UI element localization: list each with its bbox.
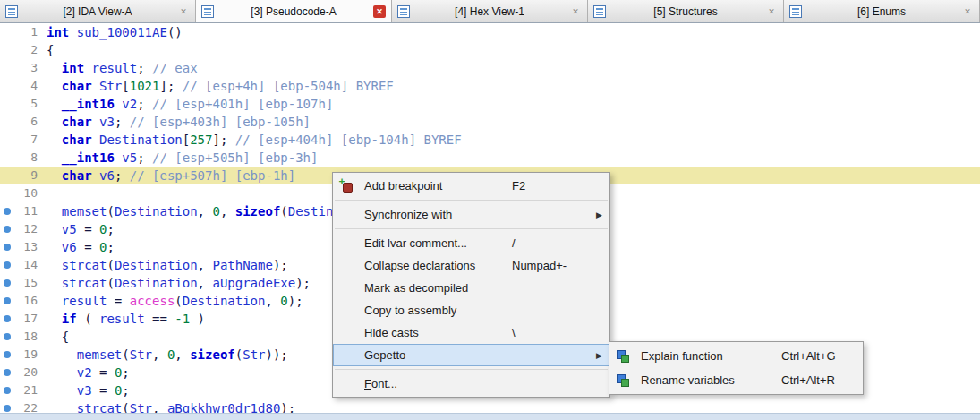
code-token: ; bbox=[107, 222, 114, 236]
tab-4-hex-view-1[interactable]: [4] Hex View-1✕ bbox=[392, 0, 588, 22]
tab-close-icon[interactable]: ✕ bbox=[373, 5, 386, 18]
menu-item-label: Hide casts bbox=[360, 326, 419, 339]
gutter bbox=[0, 149, 16, 167]
code-token: int bbox=[47, 25, 69, 39]
code-token: // [esp+505h] [ebp-3h] bbox=[152, 150, 318, 165]
code-token: sizeof bbox=[190, 347, 235, 362]
code-token bbox=[92, 115, 99, 129]
code-token: ; bbox=[137, 150, 152, 165]
code-text: if ( result == -1 ) bbox=[38, 310, 205, 328]
code-line-5[interactable]: 5 __int16 v2; // [esp+401h] [ebp-107h] bbox=[0, 95, 980, 113]
code-token: )); bbox=[266, 347, 288, 362]
code-token: , bbox=[175, 347, 190, 362]
ida-view-icon bbox=[5, 5, 18, 18]
gutter bbox=[0, 346, 16, 364]
code-token: Str bbox=[243, 347, 265, 362]
code-token bbox=[47, 383, 77, 398]
code-line-6[interactable]: 6 char v3; // [esp+403h] [ebp-105h] bbox=[0, 113, 980, 131]
code-line-2[interactable]: 2{ bbox=[0, 41, 980, 59]
menu-item-synchronize-with[interactable]: Synchronize with▶ bbox=[333, 203, 609, 226]
line-number: 17 bbox=[16, 310, 38, 328]
code-line-4[interactable]: 4 char Str[1021]; // [esp+4h] [ebp-504h]… bbox=[0, 77, 980, 95]
code-text: int sub_100011AE() bbox=[38, 23, 183, 41]
gutter bbox=[0, 202, 16, 220]
code-token: ( bbox=[107, 258, 114, 272]
tab-label: [5] Structures bbox=[611, 5, 760, 18]
tab-3-pseudocode-a[interactable]: [3] Pseudocode-A✕ bbox=[196, 0, 392, 22]
tab-close-icon[interactable]: ✕ bbox=[177, 5, 190, 18]
menu-shortcut: Numpad+- bbox=[512, 259, 567, 272]
code-token: Destination bbox=[183, 294, 266, 308]
tab-close-icon[interactable]: ✕ bbox=[765, 5, 778, 18]
tab-6-enums[interactable]: [6] Enums✕ bbox=[784, 0, 980, 22]
menu-item-copy-to-assembly[interactable]: Copy to assembly bbox=[333, 299, 609, 321]
line-marker-dot-icon bbox=[4, 261, 11, 269]
code-token bbox=[69, 25, 76, 39]
code-token bbox=[47, 222, 62, 236]
code-text: v3 = 0; bbox=[38, 381, 130, 399]
code-token: result bbox=[62, 294, 107, 308]
menu-item-label: Copy to assembly bbox=[360, 304, 456, 317]
code-token: = bbox=[107, 294, 129, 308]
gutter bbox=[0, 364, 16, 381]
menu-item-font[interactable]: Font... bbox=[333, 373, 609, 395]
code-token: int bbox=[62, 61, 84, 75]
line-number: 8 bbox=[16, 149, 38, 167]
code-token: v6 bbox=[99, 168, 115, 183]
menu-item-label: Synchronize with bbox=[360, 208, 452, 221]
code-text: v5 = 0; bbox=[38, 220, 115, 238]
ida-window: [2] IDA View-A✕[3] Pseudocode-A✕[4] Hex … bbox=[0, 0, 980, 23]
menu-icon-cell bbox=[609, 349, 636, 363]
code-token: result bbox=[92, 61, 138, 75]
code-token: ( bbox=[107, 276, 114, 290]
code-token: v6 bbox=[62, 240, 77, 254]
tab-2-ida-view-a[interactable]: [2] IDA View-A✕ bbox=[0, 0, 196, 22]
tab-close-icon[interactable]: ✕ bbox=[569, 5, 582, 18]
tab-close-icon[interactable]: ✕ bbox=[961, 5, 974, 18]
gutter bbox=[0, 113, 16, 131]
code-token: // [esp+4h] [ebp-504h] BYREF bbox=[183, 79, 394, 93]
code-token: PathName bbox=[212, 258, 272, 272]
line-marker-dot-icon bbox=[4, 244, 11, 251]
code-token: ; bbox=[115, 115, 130, 129]
code-token: = bbox=[92, 365, 115, 380]
code-token: Str bbox=[130, 347, 152, 362]
menu-item-label: Edit lvar comment... bbox=[360, 236, 467, 250]
code-token bbox=[47, 168, 62, 183]
code-line-1[interactable]: 1int sub_100011AE() bbox=[0, 23, 980, 41]
menu-item-label: Font... bbox=[360, 377, 397, 390]
menu-item-gepetto[interactable]: Gepetto▶ bbox=[333, 344, 609, 366]
menu-item-explain-function[interactable]: Explain functionCtrl+Alt+G bbox=[609, 344, 863, 368]
menu-item-rename-variables[interactable]: Rename variablesCtrl+Alt+R bbox=[609, 368, 863, 392]
code-token bbox=[92, 79, 99, 93]
line-number: 10 bbox=[16, 184, 38, 202]
code-line-3[interactable]: 3 int result; // eax bbox=[0, 59, 980, 77]
code-token bbox=[47, 312, 62, 326]
menu-item-edit-lvar-comment[interactable]: Edit lvar comment.../ bbox=[333, 232, 609, 254]
menu-item-collapse-declarations[interactable]: Collapse declarationsNumpad+- bbox=[333, 254, 609, 277]
tab-label: [2] IDA View-A bbox=[23, 5, 172, 18]
code-token bbox=[47, 79, 62, 93]
menu-item-mark-as-decompiled[interactable]: Mark as decompiled bbox=[333, 277, 609, 299]
tab-label: [4] Hex View-1 bbox=[415, 5, 564, 18]
submenu-arrow-icon: ▶ bbox=[596, 210, 602, 219]
menu-separator bbox=[335, 228, 608, 229]
code-line-8[interactable]: 8 __int16 v5; // [esp+505h] [ebp-3h] bbox=[0, 149, 980, 167]
code-text: int result; // eax bbox=[38, 59, 198, 77]
code-token: // [esp+507h] [ebp-1h] bbox=[130, 168, 295, 183]
tab-5-structures[interactable]: [5] Structures✕ bbox=[588, 0, 784, 22]
gutter bbox=[0, 381, 16, 399]
code-token bbox=[47, 258, 62, 272]
code-token: char bbox=[62, 79, 92, 93]
context-menu: Add breakpointF2Synchronize with▶Edit lv… bbox=[332, 172, 610, 398]
line-marker-dot-icon bbox=[4, 333, 11, 340]
horizontal-scrollbar[interactable] bbox=[0, 413, 980, 420]
code-token: Destination bbox=[115, 276, 198, 290]
code-line-7[interactable]: 7 char Destination[257]; // [esp+404h] [… bbox=[0, 131, 980, 149]
menu-item-hide-casts[interactable]: Hide casts\ bbox=[333, 321, 609, 344]
gutter bbox=[0, 220, 16, 238]
menu-item-label: Rename variables bbox=[636, 373, 735, 387]
code-token: [ bbox=[122, 79, 129, 93]
code-token: if bbox=[62, 312, 77, 326]
menu-item-add-breakpoint[interactable]: Add breakpointF2 bbox=[333, 175, 609, 197]
